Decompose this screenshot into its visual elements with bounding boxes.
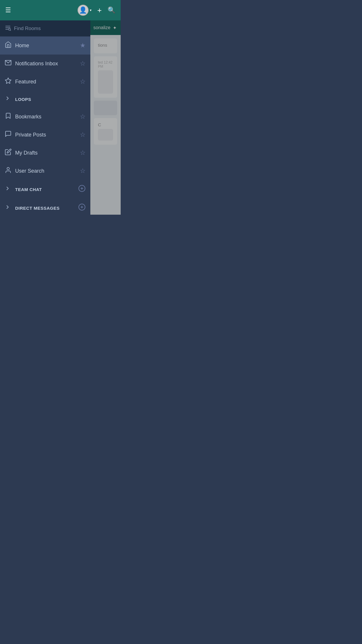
user-search-icon — [5, 167, 15, 175]
right-card-4-grey — [98, 129, 113, 141]
right-card-2-grey — [98, 70, 113, 94]
svg-marker-6 — [5, 78, 11, 83]
sidebar: Find Rooms Home ★ Notifications Inbox — [0, 20, 90, 215]
dropdown-arrow-icon: ▾ — [90, 8, 92, 12]
sidebar-item-bookmarks[interactable]: Bookmarks ☆ — [0, 108, 90, 126]
sidebar-item-home-label: Home — [15, 43, 80, 49]
right-panel-content: tions ted 12:42 PM C — [90, 35, 121, 148]
direct-messages-add-icon[interactable] — [78, 203, 86, 213]
featured-icon — [5, 77, 15, 86]
right-card-1-title: tions — [98, 43, 113, 48]
find-rooms-icon — [5, 24, 11, 32]
add-button[interactable]: + — [97, 6, 102, 14]
sidebar-item-my-drafts[interactable]: My Drafts ☆ — [0, 144, 90, 162]
home-icon — [5, 41, 15, 50]
sidebar-item-team-chat[interactable]: TEAM CHAT — [0, 180, 90, 199]
my-drafts-icon — [5, 148, 15, 157]
header-left: ☰ — [5, 7, 11, 13]
sidebar-item-loops-label: LOOPS — [15, 97, 86, 102]
team-chat-add-icon[interactable] — [78, 185, 86, 194]
direct-messages-chevron-icon — [5, 204, 15, 212]
sidebar-item-featured-label: Featured — [15, 79, 80, 85]
sidebar-item-home[interactable]: Home ★ — [0, 36, 90, 55]
sidebar-item-private-posts[interactable]: Private Posts ☆ — [0, 126, 90, 144]
sidebar-item-featured[interactable]: Featured ☆ — [0, 73, 90, 91]
featured-star-icon[interactable]: ☆ — [80, 78, 86, 85]
sidebar-item-user-search-label: User Search — [15, 168, 80, 174]
sidebar-item-my-drafts-label: My Drafts — [15, 150, 80, 156]
right-card-1: tions — [94, 38, 117, 53]
private-posts-icon — [5, 130, 15, 139]
sidebar-item-team-chat-label: TEAM CHAT — [15, 187, 78, 192]
personalize-label: sonalize — [93, 25, 110, 30]
personalize-wand-icon: ✦ — [113, 25, 117, 31]
right-card-2-sub: ted 12:42 PM — [98, 60, 113, 69]
right-panel-header: sonalize ✦ — [90, 20, 121, 35]
team-chat-chevron-icon — [5, 186, 15, 193]
search-button[interactable]: 🔍 — [108, 6, 115, 14]
loops-chevron-icon — [5, 95, 15, 103]
svg-point-7 — [7, 167, 9, 170]
avatar: 👤 — [78, 5, 89, 16]
sidebar-item-private-posts-label: Private Posts — [15, 132, 80, 138]
sidebar-item-direct-messages[interactable]: DIRECT MESSAGES — [0, 199, 90, 215]
right-card-3 — [94, 101, 117, 115]
avatar-container[interactable]: 👤 ▾ — [78, 5, 92, 16]
right-card-2: ted 12:42 PM — [94, 56, 117, 98]
app-header: ☰ 👤 ▾ + 🔍 — [0, 0, 121, 20]
find-rooms-placeholder: Find Rooms — [14, 26, 41, 32]
avatar-person-icon: 👤 — [79, 6, 87, 14]
svg-point-3 — [8, 28, 10, 30]
home-star-icon[interactable]: ★ — [80, 42, 86, 49]
right-card-4: C — [94, 118, 117, 145]
header-right: 👤 ▾ + 🔍 — [78, 5, 115, 16]
bookmarks-icon — [5, 112, 15, 121]
my-drafts-star-icon[interactable]: ☆ — [80, 149, 86, 157]
sidebar-item-notifications-label: Notifications Inbox — [15, 61, 80, 67]
sidebar-item-bookmarks-label: Bookmarks — [15, 114, 80, 120]
right-panel: sonalize ✦ tions ted 12:42 PM C — [90, 20, 121, 215]
find-rooms-search[interactable]: Find Rooms — [0, 20, 90, 36]
svg-line-4 — [10, 30, 11, 31]
bookmarks-star-icon[interactable]: ☆ — [80, 113, 86, 120]
private-posts-star-icon[interactable]: ☆ — [80, 131, 86, 139]
sidebar-item-notifications-inbox[interactable]: Notifications Inbox ☆ — [0, 55, 90, 73]
hamburger-icon[interactable]: ☰ — [5, 7, 11, 13]
sidebar-item-loops[interactable]: LOOPS — [0, 91, 90, 108]
user-search-star-icon[interactable]: ☆ — [80, 167, 86, 175]
sidebar-item-user-search[interactable]: User Search ☆ — [0, 162, 90, 180]
notifications-inbox-icon — [5, 59, 15, 68]
right-card-4-label: C — [98, 122, 113, 127]
notifications-star-icon[interactable]: ☆ — [80, 60, 86, 67]
main-layout: Find Rooms Home ★ Notifications Inbox — [0, 20, 121, 215]
sidebar-item-direct-messages-label: DIRECT MESSAGES — [15, 206, 78, 211]
